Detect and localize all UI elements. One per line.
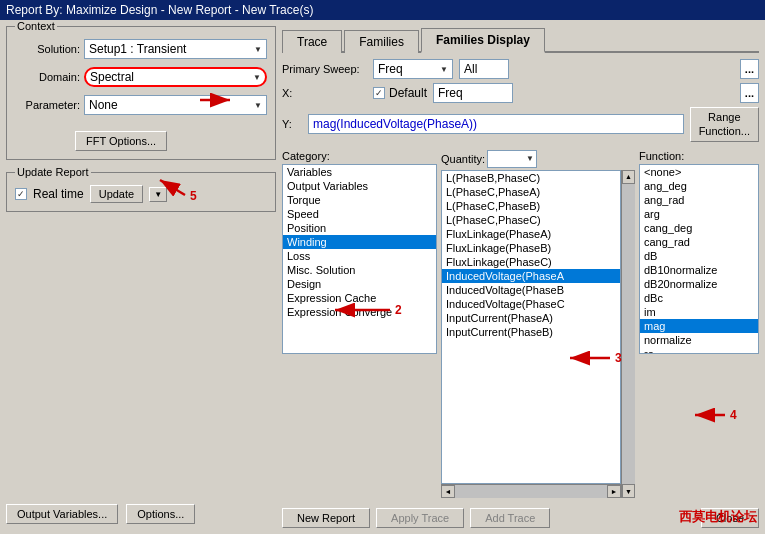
list-item[interactable]: Design [283,277,436,291]
list-item[interactable]: <none> [640,165,758,179]
list-item[interactable]: ang_deg [640,179,758,193]
spacer [6,218,276,494]
list-item[interactable]: dB10normalize [640,263,758,277]
realtime-label: Real time [33,187,84,201]
list-item[interactable]: arg [640,207,758,221]
update-row: ✓ Real time Update ▼ [15,185,267,203]
title-text: Report By: Maximize Design - New Report … [6,3,313,17]
quantity-type-select[interactable]: ▼ [487,150,537,168]
list-item[interactable]: Output Variables [283,179,436,193]
solution-row: Solution: Setup1 : Transient ▼ [15,39,267,59]
list-item[interactable]: Expression Converge [283,305,436,319]
list-item[interactable]: im [640,305,758,319]
y-expression[interactable]: mag(InducedVoltage(PhaseA)) [308,114,684,134]
update-dropdown-icon[interactable]: ▼ [149,187,167,202]
list-item[interactable]: FluxLinkage(PhaseB) [442,241,620,255]
list-item-mag[interactable]: mag [640,319,758,333]
domain-arrow-icon: ▼ [253,73,261,82]
list-item[interactable]: L(PhaseC,PhaseA) [442,185,620,199]
quantity-label: Quantity: [441,153,485,165]
list-item[interactable]: FluxLinkage(PhaseA) [442,227,620,241]
parameter-select[interactable]: None ▼ [84,95,267,115]
title-bar: Report By: Maximize Design - New Report … [0,0,765,20]
primary-sweep-value: Freq [378,62,403,76]
list-item-induced-voltage[interactable]: InducedVoltage(PhaseA [442,269,620,283]
tabs-container: Trace Families Families Display [282,26,759,53]
list-item[interactable]: dBc [640,291,758,305]
new-report-button[interactable]: New Report [282,508,370,528]
list-item[interactable]: InducedVoltage(PhaseC [442,297,620,311]
list-item[interactable]: cang_rad [640,235,758,249]
list-item[interactable]: Expression Cache [283,291,436,305]
scroll-up-icon[interactable]: ▲ [622,170,635,184]
apply-trace-button[interactable]: Apply Trace [376,508,464,528]
list-item[interactable]: Variables [283,165,436,179]
quantity-scrollbar-v[interactable]: ▲ ▼ [621,170,635,498]
default-check-icon: ✓ [375,88,383,98]
check-icon: ✓ [17,189,25,199]
list-item[interactable]: cang_deg [640,221,758,235]
primary-sweep-arrow-icon: ▼ [440,65,448,74]
quantity-v-track [622,184,635,484]
options-button[interactable]: Options... [126,504,195,524]
left-panel: Context Solution: Setup1 : Transient ▼ D… [6,26,276,528]
x-row: X: ✓ Default Freq ... [282,83,759,103]
tab-families-label: Families [359,35,404,49]
list-item[interactable]: Loss [283,249,436,263]
domain-row: Domain: Spectral ▼ [15,67,267,87]
list-item[interactable]: dB20normalize [640,277,758,291]
default-checkbox[interactable]: ✓ [373,87,385,99]
list-item[interactable]: ang_rad [640,193,758,207]
scroll-down-icon[interactable]: ▼ [622,484,635,498]
fft-options-button[interactable]: FFT Options... [75,131,167,151]
parameter-value: None [89,98,118,112]
list-item[interactable]: re [640,347,758,354]
list-item[interactable]: dB [640,249,758,263]
list-item[interactable]: Speed [283,207,436,221]
domain-select[interactable]: Spectral ▼ [84,67,267,87]
category-listbox[interactable]: Variables Output Variables Torque Speed … [282,164,437,354]
primary-sweep-select[interactable]: Freq ▼ [373,59,453,79]
list-item[interactable]: Misc. Solution [283,263,436,277]
update-button[interactable]: Update [90,185,143,203]
function-column: Function: <none> ang_deg ang_rad arg can… [639,150,759,498]
function-listbox[interactable]: <none> ang_deg ang_rad arg cang_deg cang… [639,164,759,354]
x-dots-button[interactable]: ... [740,83,759,103]
tab-families-display[interactable]: Families Display [421,28,545,53]
quantity-scrollbar-h[interactable]: ◄ ► [441,484,621,498]
list-item[interactable]: Torque [283,193,436,207]
solution-select[interactable]: Setup1 : Transient ▼ [84,39,267,59]
y-label: Y: [282,118,302,130]
x-freq-select[interactable]: Freq [433,83,513,103]
list-item[interactable]: L(PhaseC,PhaseC) [442,213,620,227]
context-title: Context [15,20,57,32]
list-item-winding[interactable]: Winding [283,235,436,249]
list-item[interactable]: normalize [640,333,758,347]
list-item[interactable]: FluxLinkage(PhaseC) [442,255,620,269]
scroll-right-icon[interactable]: ► [607,485,621,498]
add-trace-button[interactable]: Add Trace [470,508,550,528]
all-select[interactable]: All [459,59,509,79]
parameter-row: Parameter: None ▼ [15,95,267,115]
scroll-left-icon[interactable]: ◄ [441,485,455,498]
range-function-button[interactable]: RangeFunction... [690,107,759,142]
primary-sweep-row: Primary Sweep: Freq ▼ All ... [282,59,759,79]
tab-families[interactable]: Families [344,30,419,53]
list-item[interactable]: InputCurrent(PhaseA) [442,311,620,325]
primary-sweep-dots-button[interactable]: ... [740,59,759,79]
tab-trace[interactable]: Trace [282,30,342,53]
category-column: Category: Variables Output Variables Tor… [282,150,437,498]
list-item[interactable]: InputCurrent(PhaseB) [442,325,620,339]
output-variables-button[interactable]: Output Variables... [6,504,118,524]
list-item[interactable]: InducedVoltage(PhaseB [442,283,620,297]
default-checkbox-row: ✓ Default [373,86,427,100]
quantity-h-track [455,485,607,498]
primary-sweep-label: Primary Sweep: [282,63,367,75]
list-item[interactable]: Position [283,221,436,235]
update-report-title: Update Report [15,166,91,178]
list-item[interactable]: L(PhaseB,PhaseC) [442,171,620,185]
realtime-checkbox[interactable]: ✓ [15,188,27,200]
category-label: Category: [282,150,437,162]
quantity-listbox[interactable]: L(PhaseB,PhaseC) L(PhaseC,PhaseA) L(Phas… [441,170,621,484]
list-item[interactable]: L(PhaseC,PhaseB) [442,199,620,213]
